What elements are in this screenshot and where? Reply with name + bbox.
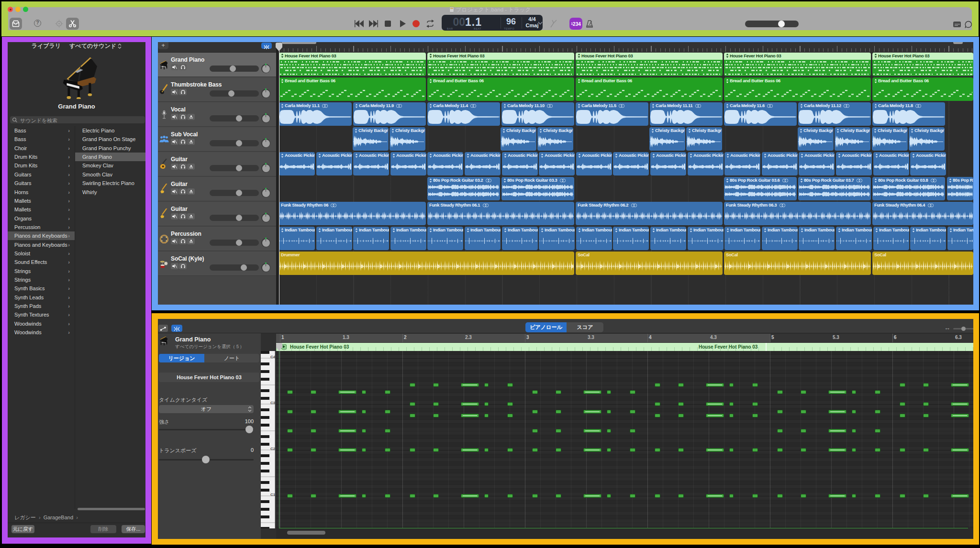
svg-text:C4: C4 <box>270 355 275 359</box>
svg-text:C1: C1 <box>270 493 275 497</box>
svg-text:C2: C2 <box>270 447 275 451</box>
svg-text:C3: C3 <box>270 401 275 405</box>
